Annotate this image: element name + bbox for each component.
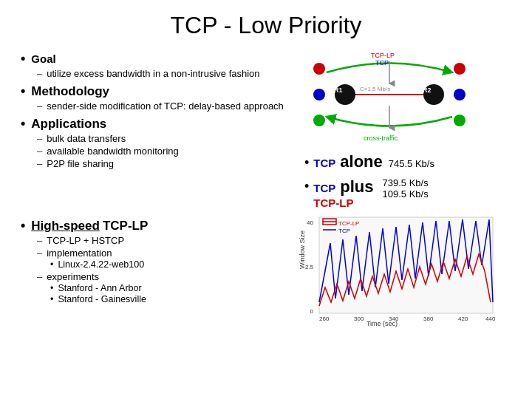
network-svg: TCP-LP TCP C=1.5 Mb/s R1 R2 cross-traffi…	[304, 50, 474, 146]
hs-subsub-1: • Linux-2.4.22-web100	[50, 259, 290, 270]
highspeed-suffix: TCP-LP	[103, 219, 148, 233]
bullet-dot: •	[21, 83, 25, 99]
node-bot-right	[454, 115, 466, 126]
tcp-plus-row: • TCP plus TCP-LP 739.5 Kb/s 109.5 Kb/s	[304, 177, 434, 209]
tcplp-speed: 109.5 Kb/s	[383, 188, 429, 200]
section-methodology: • Methodology – sender-side modification…	[21, 83, 290, 112]
label-r1: R1	[334, 86, 343, 94]
highspeed-heading: • High-speed TCP-LP	[21, 218, 290, 233]
left-column: • Goal – utilize excess bandwidth in a n…	[21, 47, 290, 209]
bullet-dot: •	[304, 179, 309, 194]
hs-subsub-text-2: Stanford - Ann Arbor	[58, 283, 141, 293]
slide-title: TCP - Low Priority	[21, 12, 511, 39]
bullet-dot: •	[21, 218, 25, 233]
apps-sub-text-3: P2P file sharing	[47, 158, 114, 169]
goal-heading: • Goal	[21, 51, 290, 66]
node-bot-left	[313, 115, 325, 126]
apps-sub-3: – P2P file sharing	[37, 158, 290, 169]
graph-svg: Window Size Time (sec) 260 300 340 380 4…	[297, 214, 504, 332]
tcp-alone-label: TCP	[313, 157, 335, 169]
label-tcp: TCP	[375, 59, 389, 66]
goal-sub-text: utilize excess bandwidth in a non-intrus…	[47, 68, 259, 79]
dash-icon: –	[37, 133, 42, 144]
applications-heading: • Applications	[21, 116, 290, 132]
legend-tcplp-text: TCP-LP	[338, 220, 359, 227]
bullet-dot: •	[21, 51, 25, 66]
label-bandwidth: C=1.5 Mb/s	[360, 86, 390, 92]
highspeed-section: • High-speed TCP-LP – TCP-LP + HSTCP – i…	[21, 214, 297, 334]
tcplp-line: TCP-LP	[313, 197, 376, 209]
tcp-speed: 739.5 Kb/s	[383, 177, 429, 188]
svg-text:440: 440	[485, 316, 496, 322]
svg-text:300: 300	[354, 316, 364, 322]
label-cross: cross-traffic	[364, 134, 398, 142]
apps-sub-1: – bulk data transfers	[37, 133, 290, 144]
slide: TCP - Low Priority • Goal – utilize exce…	[0, 0, 532, 399]
svg-text:420: 420	[458, 316, 468, 322]
applications-label: Applications	[31, 117, 106, 132]
tcplp-label: TCP-LP	[313, 197, 353, 209]
node-top-left	[313, 63, 325, 75]
section-goal: • Goal – utilize excess bandwidth in a n…	[21, 51, 290, 79]
legend-tcp-text: TCP	[338, 228, 350, 234]
hs-subsub-text-3: Stanford - Gainesville	[58, 294, 146, 304]
hs-sub-1: – TCP-LP + HSTCP	[37, 235, 290, 246]
network-diagram: TCP-LP TCP C=1.5 Mb/s R1 R2 cross-traffi…	[304, 50, 474, 146]
speed-column: 739.5 Kb/s 109.5 Kb/s	[383, 177, 429, 200]
tcp-plus-line: TCP plus	[313, 177, 376, 197]
apps-sub-2: – available bandwidth monitoring	[37, 146, 290, 157]
hs-sub-2: – implementation	[37, 248, 290, 259]
dash-icon: –	[37, 158, 42, 169]
goal-sub-1: – utilize excess bandwidth in a non-intr…	[37, 68, 290, 79]
tcp-plus-label: TCP	[313, 182, 335, 194]
right-column-top: TCP-LP TCP C=1.5 Mb/s R1 R2 cross-traffi…	[290, 47, 511, 209]
dash-icon: –	[37, 100, 42, 112]
hs-sub-text-2: implementation	[47, 248, 112, 259]
svg-text:340: 340	[389, 316, 399, 322]
hs-subsub-2: • Stanford - Ann Arbor	[50, 283, 290, 293]
section-applications: • Applications – bulk data transfers – a…	[21, 116, 290, 169]
tcp-plus-word: plus	[340, 177, 373, 197]
tcp-alone-speed: 745.5 Kb/s	[389, 158, 434, 169]
svg-text:40: 40	[307, 219, 313, 226]
hs-subsub-3: • Stanford - Gainesville	[50, 294, 290, 304]
tcp-plus-labels: TCP plus TCP-LP	[313, 177, 376, 209]
methodology-sub-1: – sender-side modification of TCP: delay…	[37, 100, 290, 112]
node-top-right	[454, 63, 466, 75]
methodology-sub-text: sender-side modification of TCP: delay-b…	[47, 100, 284, 112]
label-r2: R2	[423, 86, 432, 94]
label-tcplp: TCP-LP	[371, 52, 395, 59]
tcp-alone-row: • TCP alone 745.5 Kb/s	[304, 152, 434, 171]
hs-sub-text-3: experiments	[47, 271, 99, 282]
hs-subsub-text-1: Linux-2.4.22-web100	[58, 259, 144, 270]
svg-text:0: 0	[310, 308, 314, 315]
dash-icon: –	[37, 68, 42, 79]
tcp-results: • TCP alone 745.5 Kb/s • TCP plus TCP-LP	[304, 152, 434, 209]
goal-label: Goal	[31, 52, 55, 65]
bullet-dot: •	[21, 116, 25, 132]
svg-text:380: 380	[423, 316, 434, 322]
apps-sub-text-2: available bandwidth monitoring	[47, 146, 179, 157]
highspeed-prefix: High-speed	[31, 219, 100, 233]
node-mid-left	[313, 89, 325, 100]
methodology-label: Methodology	[31, 84, 109, 99]
node-mid-right	[454, 89, 466, 100]
bullet-dot: •	[304, 155, 309, 171]
apps-sub-text-1: bulk data transfers	[47, 133, 126, 144]
bottom-row: • High-speed TCP-LP – TCP-LP + HSTCP – i…	[21, 214, 511, 334]
svg-text:2.5: 2.5	[305, 264, 314, 270]
hs-sub-text-1: TCP-LP + HSTCP	[47, 235, 124, 246]
dash-icon: –	[37, 146, 42, 157]
graph-area: Window Size Time (sec) 260 300 340 380 4…	[297, 214, 511, 334]
methodology-heading: • Methodology	[21, 83, 290, 99]
tcp-alone-word: alone	[340, 152, 382, 171]
hs-sub-3: – experiments	[37, 271, 290, 282]
svg-text:260: 260	[319, 316, 330, 322]
